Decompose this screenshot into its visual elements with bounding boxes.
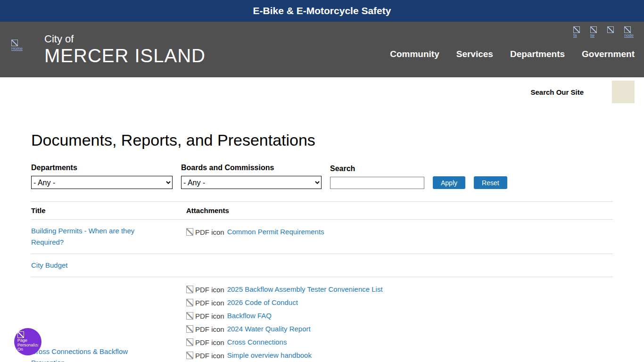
table-row: Cross Connections & Backflow PreventionP… — [31, 277, 613, 362]
attachments-cell — [173, 260, 613, 271]
city-of-text: City of — [44, 33, 206, 45]
reset-button[interactable]: Reset — [474, 176, 507, 189]
attachments-column-header: Attachments — [173, 206, 613, 214]
site-search-row: Search Our Site — [0, 77, 644, 107]
pdf-icon: PDF icon — [186, 286, 224, 294]
site-title: City of MERCER ISLAND — [44, 33, 206, 66]
twitter-icon[interactable]: tw — [590, 26, 601, 40]
instagram-icon[interactable] — [607, 26, 618, 40]
search-filter-label: Search — [330, 165, 424, 173]
attachment-item: PDF icon2024 Water Quality Report — [186, 322, 613, 336]
attachments-cell: PDF icon2025 Backflow Assembly Tester Co… — [173, 283, 613, 362]
facebook-icon[interactable]: fa — [573, 26, 584, 40]
home-icon[interactable]: Home — [11, 40, 29, 59]
document-title-link[interactable]: Cross Connections & Backflow Prevention — [31, 347, 128, 362]
apply-button[interactable]: Apply — [433, 176, 465, 189]
nav-community[interactable]: Community — [390, 49, 439, 59]
page-personalization-icon: Page Personalization On — [17, 331, 38, 353]
table-row: City Budget — [31, 254, 613, 277]
nav-government[interactable]: Government — [582, 49, 635, 59]
page-personalization-widget[interactable]: Page Personalization On — [14, 328, 41, 355]
title-cell: Cross Connections & Backflow Prevention — [31, 346, 173, 362]
boards-filter-label: Boards and Commissions — [181, 164, 322, 172]
social-icons: fatwnode — [573, 26, 635, 40]
departments-select[interactable]: - Any - — [31, 176, 173, 189]
nextdoor-icon[interactable]: node — [624, 26, 635, 40]
attachment-item: PDF icon2025 Backflow Assembly Tester Co… — [186, 283, 613, 296]
nav-services[interactable]: Services — [456, 49, 493, 59]
title-cell: City Budget — [31, 260, 173, 271]
table-header: Title Attachments — [31, 202, 613, 220]
search-input[interactable] — [330, 177, 424, 189]
attachment-item: PDF iconCross Connections — [186, 336, 613, 349]
attachment-link[interactable]: Common Permit Requirements — [227, 226, 324, 238]
doc-table-body: Building Permits - When are they Require… — [31, 220, 613, 362]
document-title-link[interactable]: Building Permits - When are they Require… — [31, 227, 134, 246]
attachment-item: PDF iconBackflow FAQ — [186, 309, 613, 322]
title-column-header: Title — [31, 206, 173, 214]
main-nav: CommunityServicesDepartmentsGovernment — [390, 49, 635, 59]
attachment-link[interactable]: 2025 Backflow Assembly Tester Convenienc… — [227, 284, 383, 295]
filters: Departments - Any - Boards and Commissio… — [31, 164, 613, 189]
city-name-text: MERCER ISLAND — [44, 45, 206, 66]
pdf-icon: PDF icon — [186, 352, 224, 360]
nav-departments[interactable]: Departments — [510, 49, 565, 59]
attachment-item: PDF iconCommon Permit Requirements — [186, 225, 613, 239]
attachment-item: PDF icon2026 Code of Conduct — [186, 296, 613, 309]
site-header: Home City of MERCER ISLAND fatwnode Comm… — [0, 22, 644, 77]
pdf-icon: PDF icon — [186, 228, 224, 236]
attachments-cell: PDF iconCommon Permit Requirements — [173, 225, 613, 248]
attachment-link[interactable]: 2026 Code of Conduct — [227, 297, 298, 308]
boards-select[interactable]: - Any - — [181, 176, 322, 189]
departments-filter-label: Departments — [31, 164, 173, 172]
attachment-link[interactable]: Backflow FAQ — [227, 310, 272, 321]
top-banner: E-Bike & E-Motorcycle Safety — [0, 0, 644, 22]
top-banner-text: E-Bike & E-Motorcycle Safety — [253, 5, 391, 16]
attachment-link[interactable]: 2024 Water Quality Report — [227, 323, 311, 335]
site-search-label: Search Our Site — [530, 88, 584, 96]
pdf-icon: PDF icon — [186, 325, 224, 333]
attachment-item: PDF iconSimple overview handbook — [186, 349, 613, 362]
site-search-button[interactable] — [612, 81, 635, 103]
page-title: Documents, Reports, and Presentations — [31, 131, 613, 149]
pdf-icon: PDF icon — [186, 299, 224, 307]
document-title-link[interactable]: City Budget — [31, 261, 68, 269]
pdf-icon: PDF icon — [186, 338, 224, 346]
attachment-link[interactable]: Cross Connections — [227, 337, 287, 348]
pdf-icon: PDF icon — [186, 312, 224, 320]
title-cell: Building Permits - When are they Require… — [31, 225, 173, 248]
attachment-link[interactable]: Simple overview handbook — [227, 350, 312, 361]
table-row: Building Permits - When are they Require… — [31, 220, 613, 254]
documents-table: Title Attachments Building Permits - Whe… — [31, 201, 613, 362]
main-content: Documents, Reports, and Presentations De… — [31, 131, 613, 362]
